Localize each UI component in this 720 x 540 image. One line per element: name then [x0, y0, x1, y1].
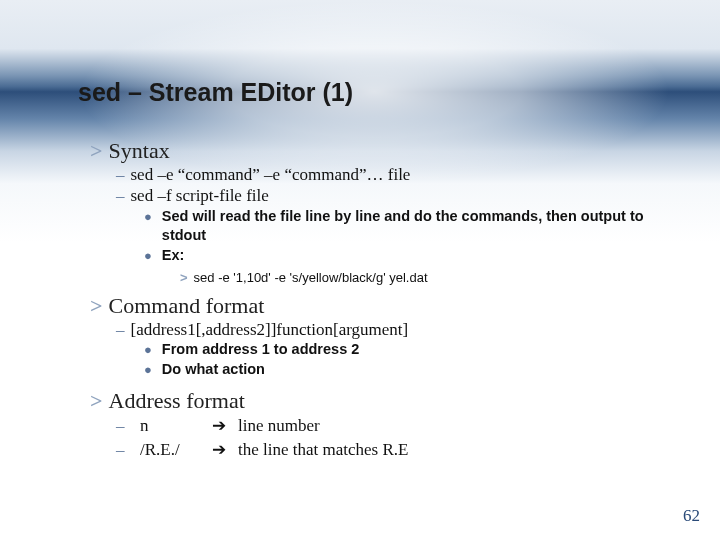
dash-icon: – [116, 185, 125, 206]
page-number: 62 [683, 506, 700, 526]
syntax-line-1: sed –e “command” –e “command”… file [131, 164, 411, 185]
arrow-icon: ➔ [212, 438, 238, 462]
command-line-1: [address1[,address2]]function[argument] [131, 319, 409, 340]
chevron-icon: > [90, 293, 103, 318]
syntax-heading: Syntax [109, 138, 170, 163]
address-sym-2: /R.E./ [140, 438, 212, 462]
dash-icon: – [116, 164, 125, 185]
section-syntax: >Syntax [90, 138, 680, 164]
syntax-line-2: sed –f script-file file [131, 185, 269, 206]
dash-icon: – [116, 438, 134, 462]
bullet-icon: ● [144, 246, 152, 266]
chevron-icon: > [90, 138, 103, 163]
command-bullet-2: Do what action [162, 360, 265, 380]
arrow-icon: ➔ [212, 414, 238, 438]
chevron-icon: > [90, 388, 103, 413]
slide-body: >Syntax –sed –e “command” –e “command”… … [90, 138, 680, 461]
section-command-format: >Command format [90, 293, 680, 319]
bullet-icon: ● [144, 207, 152, 246]
chevron-icon: > [180, 270, 188, 285]
section-address-format: >Address format [90, 388, 680, 414]
dash-icon: – [116, 319, 125, 340]
syntax-bullet-2: Ex: [162, 246, 185, 266]
address-row: – n ➔ line number [116, 414, 680, 438]
address-desc-1: line number [238, 414, 320, 438]
slide-title: sed – Stream EDitor (1) [78, 78, 353, 107]
address-desc-2: the line that matches R.E [238, 438, 408, 462]
dash-icon: – [116, 414, 134, 438]
bullet-icon: ● [144, 340, 152, 360]
bullet-icon: ● [144, 360, 152, 380]
syntax-example: sed -e '1,10d' -e 's/yellow/black/g' yel… [194, 270, 428, 285]
address-heading: Address format [109, 388, 245, 413]
command-heading: Command format [109, 293, 265, 318]
syntax-bullet-1: Sed will read the file line by line and … [162, 207, 680, 246]
address-row: – /R.E./ ➔ the line that matches R.E [116, 438, 680, 462]
command-bullet-1: From address 1 to address 2 [162, 340, 359, 360]
address-sym-1: n [140, 414, 212, 438]
